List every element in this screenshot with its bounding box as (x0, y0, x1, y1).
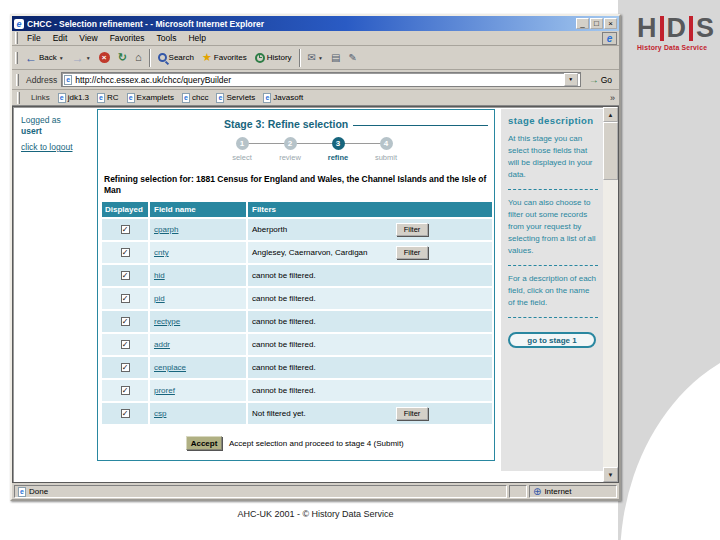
address-input[interactable]: e http://chcc.essex.ac.uk/chcc/queryBuil… (61, 72, 580, 87)
close-button[interactable]: × (604, 18, 617, 29)
link-page-icon: e (182, 93, 190, 103)
toolbar-grip[interactable] (15, 52, 18, 64)
link-label-servlets: Servlets (226, 93, 255, 102)
displayed-checkbox[interactable]: ✓ (121, 317, 130, 326)
logout-link[interactable]: click to logout (21, 142, 73, 153)
forward-button[interactable]: → ▼ (68, 51, 95, 65)
link-item-jdk[interactable]: e jdk1.3 (58, 93, 89, 103)
stop-button[interactable]: × (95, 50, 114, 65)
go-button[interactable]: → Go (585, 74, 616, 85)
accept-section: Accept Accept selection and proceed to s… (186, 436, 404, 450)
hds-letter-d: D (667, 16, 687, 41)
scroll-up-button[interactable]: ▲ (603, 107, 618, 122)
refresh-button[interactable]: ↻ (114, 50, 131, 65)
field-name-link[interactable]: pid (154, 294, 165, 303)
displayed-checkbox[interactable]: ✓ (121, 386, 130, 395)
displayed-checkbox[interactable]: ✓ (121, 409, 130, 418)
field-name-link[interactable]: csp (154, 409, 166, 418)
favorites-button[interactable]: ★ Favorites (198, 50, 251, 65)
home-button[interactable]: ⌂ (131, 50, 146, 65)
menu-tools[interactable]: Tools (151, 33, 183, 43)
field-name-link[interactable]: hid (154, 271, 165, 280)
hds-divider-bar (660, 16, 664, 41)
security-zone-pane: ⊕ Internet (529, 485, 617, 498)
favorites-label: Favorites (214, 53, 247, 62)
displayed-checkbox[interactable]: ✓ (121, 271, 130, 280)
link-item-chcc[interactable]: e chcc (182, 93, 208, 103)
print-icon: ▤ (331, 52, 340, 63)
logged-as-text: Logged as (21, 115, 61, 125)
edit-button[interactable]: ✎ (344, 50, 360, 65)
link-item-servlets[interactable]: e Servlets (216, 93, 255, 103)
displayed-checkbox[interactable]: ✓ (121, 363, 130, 372)
address-dropdown-icon[interactable]: ▼ (564, 73, 578, 86)
window-title: CHCC - Selection refinement - - Microsof… (27, 19, 573, 29)
link-item-examplets[interactable]: e Examplets (127, 93, 174, 103)
field-name-link[interactable]: addr (154, 340, 170, 349)
scrollbar-thumb[interactable] (603, 122, 618, 180)
filter-button[interactable]: Filter (396, 407, 428, 420)
addressbar-grip[interactable] (16, 74, 19, 86)
history-label: History (267, 53, 292, 62)
displayed-checkbox[interactable]: ✓ (121, 225, 130, 234)
mail-button[interactable]: ✉ ▼ (304, 50, 327, 65)
table-header-row: Displayed Field name Filters (102, 202, 492, 217)
stage-circle-1: 1 (236, 137, 249, 150)
links-bar: Links e jdk1.3 e RC e Examplets e chcc e… (12, 90, 619, 106)
fields-table: Displayed Field name Filters ✓ cparph Ab… (102, 202, 492, 424)
toolbar: ← Back ▼ → ▼ × ↻ ⌂ Search ★ Favorites Hi… (12, 46, 619, 70)
field-name-link[interactable]: proref (154, 386, 175, 395)
edit-icon: ✎ (348, 52, 356, 63)
link-page-icon: e (127, 93, 135, 103)
vertical-scrollbar[interactable]: ▲ ▼ (603, 107, 618, 482)
scrollbar-track[interactable] (603, 180, 618, 467)
displayed-checkbox[interactable]: ✓ (121, 294, 130, 303)
filter-button[interactable]: Filter (396, 223, 428, 236)
stage-label-review: review (279, 153, 301, 162)
link-item-rc[interactable]: e RC (97, 93, 119, 103)
menu-file[interactable]: File (21, 33, 47, 43)
history-button[interactable]: History (251, 51, 296, 65)
filter-button[interactable]: Filter (396, 246, 428, 259)
accept-button[interactable]: Accept (186, 436, 222, 450)
check-icon: ✓ (122, 387, 129, 395)
check-icon: ✓ (122, 364, 129, 372)
linksbar-grip[interactable] (17, 92, 20, 104)
field-name-link[interactable]: cparph (154, 225, 178, 234)
go-to-stage-1-button[interactable]: go to stage 1 (508, 332, 596, 348)
link-item-javasoft[interactable]: e Javasoft (263, 93, 303, 103)
displayed-checkbox[interactable]: ✓ (121, 340, 130, 349)
maximize-button[interactable]: □ (590, 18, 603, 29)
username: usert (21, 126, 42, 136)
minimize-button[interactable]: _ (576, 18, 589, 29)
check-icon: ✓ (122, 226, 129, 234)
address-url[interactable]: http://chcc.essex.ac.uk/chcc/queryBuilde… (75, 75, 560, 85)
title-bar[interactable]: e CHCC - Selection refinement - - Micros… (12, 16, 619, 31)
menu-view[interactable]: View (73, 33, 103, 43)
search-button[interactable]: Search (154, 51, 198, 64)
link-label-examplets: Examplets (137, 93, 174, 102)
mail-dropdown-icon[interactable]: ▼ (318, 55, 323, 61)
back-dropdown-icon[interactable]: ▼ (59, 55, 64, 61)
field-name-link[interactable]: rectype (154, 317, 180, 326)
ie-throbber: e (602, 32, 617, 45)
menu-edit[interactable]: Edit (47, 33, 74, 43)
filter-value: Not filtered yet. (252, 409, 306, 418)
print-button[interactable]: ▤ (327, 50, 344, 65)
forward-dropdown-icon[interactable]: ▼ (86, 55, 91, 61)
links-overflow-chevron-icon[interactable]: » (610, 93, 615, 103)
scroll-down-button[interactable]: ▼ (603, 467, 618, 482)
back-button[interactable]: ← Back ▼ (21, 51, 68, 65)
menu-favorites[interactable]: Favorites (104, 33, 151, 43)
status-message-pane: e Done (14, 485, 507, 498)
check-icon: ✓ (122, 249, 129, 257)
menubar-grip[interactable] (15, 32, 18, 44)
field-name-link[interactable]: cnty (154, 248, 169, 257)
check-icon: ✓ (122, 318, 129, 326)
header-field-name: Field name (150, 202, 246, 217)
link-label-jdk: jdk1.3 (68, 93, 89, 102)
field-name-link[interactable]: cenplace (154, 363, 186, 372)
stage-circle-4: 4 (380, 137, 393, 150)
displayed-checkbox[interactable]: ✓ (121, 248, 130, 257)
menu-help[interactable]: Help (182, 33, 211, 43)
